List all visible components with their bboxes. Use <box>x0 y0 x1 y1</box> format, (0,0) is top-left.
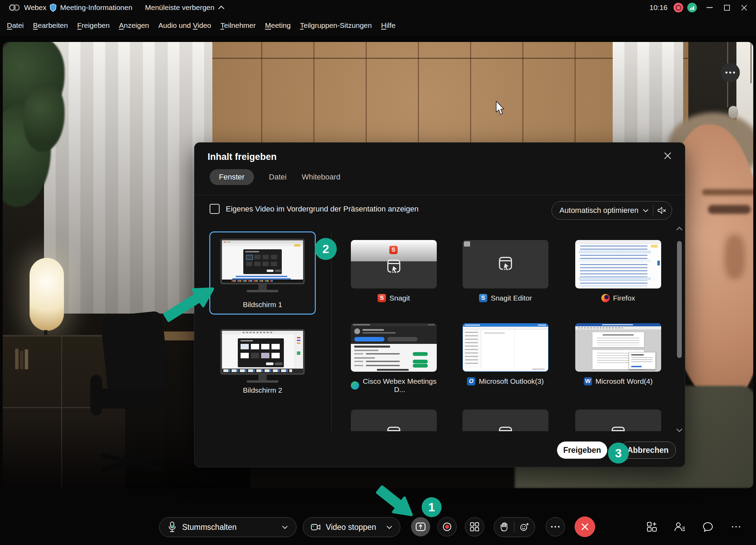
stop-video-button[interactable]: Video stoppen <box>303 517 400 537</box>
reactions-button[interactable] <box>494 517 535 537</box>
menu-datei[interactable]: Datei <box>7 21 24 30</box>
audio-muted-icon[interactable] <box>657 206 666 215</box>
video-more-options-button[interactable] <box>721 63 740 82</box>
window-share-icon <box>497 425 514 431</box>
window-tile-hidden-1[interactable] <box>351 410 437 431</box>
hide-menubar-button[interactable]: Menüleiste verbergen <box>145 0 225 15</box>
screen-1-thumbnail <box>220 239 305 292</box>
menu-teilnehmer[interactable]: Teilnehmer <box>221 21 256 30</box>
panel-more-button[interactable] <box>726 517 746 536</box>
leave-x-icon <box>581 523 589 531</box>
chat-bubble-icon <box>702 521 714 532</box>
self-video-checkbox[interactable] <box>210 204 220 214</box>
annotation-step-1-badge: 1 <box>422 497 442 517</box>
window-share-icon <box>385 258 403 276</box>
dialog-close-button[interactable] <box>661 149 675 163</box>
microphone-icon <box>168 521 177 533</box>
mute-button[interactable]: Stummschalten <box>159 517 297 537</box>
window-label: Microsoft Word(4) <box>596 377 653 385</box>
menu-anzeigen[interactable]: Anzeigen <box>119 21 149 30</box>
tab-fenster[interactable]: Fenster <box>210 169 254 185</box>
dropdown-divider <box>653 205 653 216</box>
annotation-arrow-screen1 <box>161 279 219 326</box>
share-screen-icon <box>415 522 426 532</box>
mouse-cursor <box>495 101 505 115</box>
menu-teilgruppen[interactable]: Teilgruppen-Sitzungen <box>300 21 372 30</box>
background-curtain-left <box>44 42 212 314</box>
window-tile-hidden-3[interactable] <box>575 410 661 431</box>
grid-icon <box>469 522 480 532</box>
scroll-up-icon[interactable] <box>676 227 683 231</box>
meeting-info-button[interactable]: Meeting-Informationen <box>49 0 132 15</box>
pendant-lamp <box>729 106 738 118</box>
stop-video-label: Video stoppen <box>326 523 376 532</box>
window-tile-snagit-editor[interactable]: Snagit Editor <box>463 240 548 302</box>
more-options-button[interactable] <box>546 517 565 536</box>
window-tile-word[interactable]: Microsoft Word(4) <box>575 323 661 385</box>
tab-whiteboard[interactable]: Whiteboard <box>302 173 341 182</box>
chevron-down-icon <box>643 209 649 212</box>
menu-meeting[interactable]: Meeting <box>265 21 291 30</box>
clock: 10:16 <box>649 0 668 15</box>
snagit-thumbnail <box>351 240 437 288</box>
open-apps-button[interactable] <box>642 517 661 536</box>
window-tile-firefox[interactable]: Firefox <box>575 240 661 302</box>
emoji-reaction-icon[interactable] <box>520 522 529 532</box>
outlook-icon <box>467 377 475 385</box>
window-share-icon <box>497 255 514 273</box>
window-label: Firefox <box>613 294 635 302</box>
menu-hilfe[interactable]: Hilfe <box>381 21 396 30</box>
time-label: 10:16 <box>649 3 668 12</box>
chat-button[interactable] <box>698 517 718 536</box>
record-icon <box>442 521 453 532</box>
chevron-up-icon <box>218 6 225 10</box>
recording-indicator[interactable] <box>674 0 683 15</box>
window-tile-hidden-2[interactable] <box>463 410 548 431</box>
screen-1-label: Bildschirm 1 <box>210 301 315 309</box>
minimize-button[interactable] <box>702 0 718 15</box>
window-tile-outlook[interactable]: Microsoft Outlook(3) <box>463 323 548 385</box>
webex-meetings-thumbnail <box>351 323 437 372</box>
word-thumbnail <box>575 323 661 372</box>
screen-1-tile[interactable]: Bildschirm 1 <box>209 231 316 315</box>
ellipsis-icon <box>551 526 560 528</box>
menu-audio-video[interactable]: Audio und Video <box>158 21 211 30</box>
tab-datei[interactable]: Datei <box>269 173 287 182</box>
webex-logo: Webex <box>8 0 46 15</box>
dialog-title: Inhalt freigeben <box>208 152 277 162</box>
scrollbar-thumb[interactable] <box>677 241 682 358</box>
firefox-icon <box>601 294 610 302</box>
participants-button[interactable] <box>670 517 689 536</box>
leave-meeting-button[interactable] <box>575 516 595 537</box>
record-button[interactable] <box>437 517 457 536</box>
mute-label: Stummschalten <box>182 523 237 532</box>
menu-bearbeiten[interactable]: Bearbeiten <box>33 21 68 30</box>
chevron-down-icon[interactable] <box>386 525 392 529</box>
close-window-button[interactable] <box>736 0 752 15</box>
window-tile-webex-meetings[interactable]: Cisco Webex Meetings D... <box>351 323 437 394</box>
connection-indicator[interactable] <box>687 0 697 15</box>
menu-freigeben[interactable]: Freigeben <box>77 21 110 30</box>
window-label: Microsoft Outlook(3) <box>479 377 544 385</box>
window-label: Snagit Editor <box>491 294 532 302</box>
annotation-arrow-share-button <box>375 486 418 519</box>
scrollbar[interactable] <box>675 227 684 433</box>
background-lamp <box>30 258 64 331</box>
annotation-step-3-badge: 3 <box>608 443 629 464</box>
titlebar: Webex Meeting-Informationen Menüleiste v… <box>0 0 756 15</box>
layout-apps-button[interactable] <box>465 517 484 536</box>
screen-2-tile[interactable]: Bildschirm 2 <box>209 323 316 394</box>
window-tile-snagit[interactable]: Snagit <box>351 240 437 302</box>
raise-hand-icon[interactable] <box>500 522 509 532</box>
apps-plus-icon <box>646 521 657 533</box>
scroll-down-icon[interactable] <box>676 428 683 432</box>
chevron-down-icon[interactable] <box>282 525 288 529</box>
optimize-dropdown[interactable]: Automatisch optimieren <box>552 201 672 220</box>
share-button[interactable]: Freigeben <box>557 442 607 459</box>
window-label: Cisco Webex Meetings D... <box>363 377 437 394</box>
window-label: Snagit <box>389 294 410 302</box>
maximize-button[interactable] <box>719 0 735 15</box>
signal-bars-icon <box>687 3 697 12</box>
screen-2-label: Bildschirm 2 <box>209 386 316 394</box>
share-content-button[interactable] <box>411 517 430 536</box>
